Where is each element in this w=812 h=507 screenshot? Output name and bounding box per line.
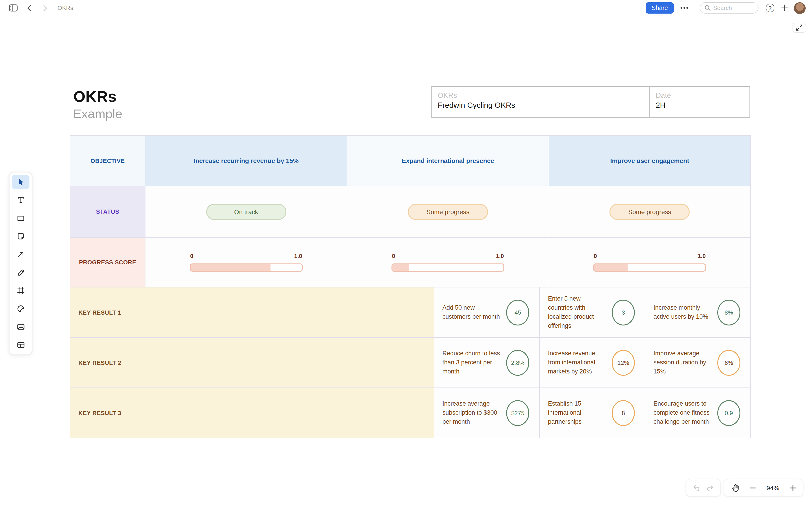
kr-cell: Establish 15 international partnerships … [540,388,646,438]
kr-cell: Increase average subscription to $300 pe… [434,388,540,438]
kr-value-circle[interactable]: $275 [506,400,529,426]
meta-okrs-value: Fredwin Cycling OKRs [438,101,644,110]
forward-icon[interactable] [41,4,48,11]
progress-bar: 0 1.0 [593,253,706,272]
meta-date-field[interactable]: Date 2H [649,88,750,117]
kr-text[interactable]: Improve average session duration by 15% [653,349,717,377]
progress-bar: 0 1.0 [190,253,302,272]
row-label-objective[interactable]: OBJECTIVE [70,136,145,186]
sidebar-toggle-icon[interactable] [9,4,18,12]
kr-value-circle[interactable]: 2.8% [506,350,529,376]
progress-fill [191,264,270,271]
objective-1[interactable]: Increase recurring revenue by 15% [145,136,347,186]
objective-3[interactable]: Improve user engagement [549,136,751,186]
status-badge[interactable]: On track [206,204,286,220]
page-subtitle[interactable]: Example [73,107,122,121]
canvas: OKRs Example OKRs Fredwin Cycling OKRs D… [0,16,812,507]
search-icon [705,5,711,11]
sticky-note-icon [16,232,25,241]
progress-fill [594,264,627,271]
meta-box: OKRs Fredwin Cycling OKRs Date 2H [432,87,750,118]
kr-value-circle[interactable]: 6% [717,350,741,376]
kr-value-circle[interactable]: 8% [717,299,741,325]
key-result-2-row: KEY RESULT 2 Reduce churn to less than 3… [70,338,751,388]
search-input[interactable]: Search [700,2,759,13]
row-label-progress[interactable]: PROGRESS SCORE [70,238,145,287]
tool-pen[interactable] [9,264,32,282]
kr-text[interactable]: Encourage users to complete one fitness … [653,399,717,427]
app-window: OKRs Share Search ? [0,0,812,507]
kr-value-circle[interactable]: 8 [612,400,635,426]
row-label-kr2[interactable]: KEY RESULT 2 [70,338,434,388]
kr-text[interactable]: Add 50 new customers per month [443,303,506,322]
kr-value-circle[interactable]: 3 [612,299,635,325]
kr-text[interactable]: Increase revenue from international mark… [548,349,612,377]
kr-text[interactable]: Establish 15 international partnerships [548,399,612,427]
topbar: OKRs Share Search ? [0,0,812,16]
hand-tool-icon[interactable] [731,483,740,492]
status-badge[interactable]: Some progress [610,204,690,220]
progress-min-label: 0 [392,253,395,260]
kr-text[interactable]: Enter 5 new countries with localized pro… [548,294,612,331]
tool-frame[interactable] [9,282,32,300]
kr-value-circle[interactable]: 45 [506,299,529,325]
meta-date-label: Date [656,92,744,100]
zoom-out-icon[interactable] [750,485,756,491]
progress-row: PROGRESS SCORE 0 1.0 [70,238,751,287]
kr-cell: Enter 5 new countries with localized pro… [540,287,646,338]
progress-track[interactable] [190,264,302,272]
row-label-status[interactable]: STATUS [70,186,145,238]
rectangle-icon [16,214,25,223]
kr-text[interactable]: Increase average subscription to $300 pe… [443,399,506,427]
undo-icon[interactable] [692,484,700,492]
image-icon [16,322,25,331]
kr-text[interactable]: Increase monthly active users by 10% [653,303,717,322]
tools-panel [9,172,32,355]
more-options-icon[interactable] [680,7,688,9]
pencil-icon [16,268,25,277]
zoom-in-icon[interactable] [790,485,796,491]
redo-icon[interactable] [706,484,715,492]
status-cell-1: On track [145,186,347,238]
progress-track[interactable] [392,264,504,272]
tool-text[interactable] [9,191,32,209]
tool-shape[interactable] [9,209,32,227]
status-cell-3: Some progress [549,186,751,238]
kr-cell: Increase monthly active users by 10% 8% [645,287,751,338]
row-label-kr1[interactable]: KEY RESULT 1 [70,287,434,338]
key-result-1-row: KEY RESULT 1 Add 50 new customers per mo… [70,287,751,338]
tool-sticker[interactable] [9,300,32,318]
back-icon[interactable] [26,4,33,11]
kr-cell: Reduce churn to less than 3 percent per … [434,338,540,388]
tool-select[interactable] [9,173,32,191]
document-title: OKRs [58,5,73,11]
bottom-controls: 94% [686,480,803,496]
progress-min-label: 0 [594,253,597,260]
status-cell-2: Some progress [347,186,549,238]
help-icon[interactable]: ? [766,4,774,12]
progress-fill [392,264,409,271]
kr-value-circle[interactable]: 0.9 [717,400,741,426]
zoom-panel: 94% [724,480,803,496]
share-button[interactable]: Share [646,2,674,13]
avatar[interactable] [794,2,806,14]
add-icon[interactable] [781,4,789,12]
kr-value-circle[interactable]: 12% [612,350,635,376]
meta-okrs-field[interactable]: OKRs Fredwin Cycling OKRs [432,88,649,117]
progress-track[interactable] [593,264,706,272]
expand-icon[interactable] [793,23,806,33]
tool-sticky-note[interactable] [9,227,32,245]
row-label-kr3[interactable]: KEY RESULT 3 [70,388,434,438]
page-title[interactable]: OKRs [73,88,117,106]
tool-image[interactable] [9,318,32,336]
status-row: STATUS On track Some progress Some progr… [70,186,751,238]
kr-cell: Increase revenue from international mark… [540,338,646,388]
progress-cell-2: 0 1.0 [347,238,549,287]
status-badge[interactable]: Some progress [408,204,488,220]
progress-bar: 0 1.0 [392,253,504,272]
objective-2[interactable]: Expand international presence [347,136,549,186]
kr-text[interactable]: Reduce churn to less than 3 percent per … [443,349,506,377]
tool-table[interactable] [9,336,32,354]
okr-table: OBJECTIVE Increase recurring revenue by … [70,135,751,438]
tool-arrow[interactable] [9,245,32,264]
